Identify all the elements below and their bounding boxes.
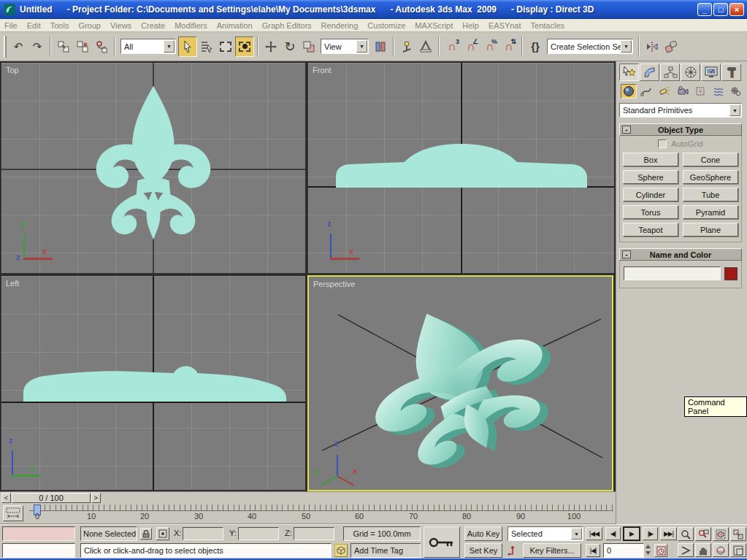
select-and-move-button[interactable] (261, 37, 280, 57)
teapot-button[interactable]: Teapot (623, 223, 678, 237)
autogrid-checkbox[interactable] (658, 139, 667, 148)
tab-create[interactable] (619, 64, 639, 81)
cylinder-button[interactable]: Cylinder (623, 188, 678, 202)
tab-hierarchy[interactable] (660, 64, 680, 81)
field-of-view-button[interactable] (678, 543, 694, 557)
go-to-end-button[interactable]: ▶▶| (660, 527, 677, 540)
subtab-systems[interactable] (728, 84, 744, 99)
zoom-extents-button[interactable] (713, 527, 729, 541)
cone-button[interactable]: Cone (683, 153, 738, 166)
torus-button[interactable]: Torus (623, 205, 678, 219)
menu-graph-editors[interactable]: Graph Editors (262, 21, 312, 30)
zoom-extents-all-button[interactable] (730, 527, 746, 541)
zoom-all-button[interactable] (695, 527, 711, 541)
geosphere-button[interactable]: GeoSphere (683, 170, 738, 184)
pan-button[interactable] (695, 543, 711, 557)
unlink-selection-button[interactable] (73, 37, 92, 57)
y-field[interactable] (238, 527, 279, 540)
spinner-snap-button[interactable]: ∩⇅ (499, 37, 518, 57)
maximize-viewport-toggle-button[interactable] (730, 543, 746, 557)
menu-customize[interactable]: Customize (367, 21, 405, 30)
absolute-mode-button[interactable] (156, 527, 169, 540)
toggle-key-mode-button[interactable] (424, 526, 460, 558)
minimize-button[interactable]: _ (697, 3, 712, 16)
create-selection-set-combo[interactable]: Create Selection Set ▼ (547, 39, 633, 54)
x-field[interactable] (183, 527, 223, 540)
subtab-space-warps[interactable] (710, 84, 727, 99)
adaptive-degradation-button[interactable] (334, 544, 348, 557)
previous-frame-button[interactable]: ◀| (605, 527, 621, 540)
time-configuration-button[interactable] (654, 544, 667, 557)
arc-rotate-button[interactable] (713, 543, 729, 557)
zoom-button[interactable] (678, 527, 694, 541)
box-button[interactable]: Box (623, 153, 678, 166)
restore-button[interactable]: □ (713, 3, 728, 16)
z-field[interactable] (294, 527, 334, 540)
object-name-field[interactable] (624, 266, 721, 280)
mirror-button[interactable] (643, 37, 662, 57)
play-button[interactable]: ▶ (623, 526, 640, 541)
menu-tools[interactable]: Tools (50, 21, 69, 30)
select-and-manipulate-button[interactable] (397, 37, 416, 57)
name-color-header[interactable]: - Name and Color (619, 248, 742, 261)
window-crossing-button[interactable] (235, 37, 254, 57)
selection-lock-button[interactable] (140, 528, 152, 540)
redo-button[interactable]: ↷ (28, 37, 47, 57)
use-pivot-center-button[interactable] (371, 37, 390, 57)
subtab-helpers[interactable] (692, 84, 708, 99)
reference-coordinate-dropdown[interactable]: View ▼ (321, 39, 369, 54)
select-by-name-button[interactable] (197, 37, 216, 57)
menu-help[interactable]: Help (462, 21, 479, 30)
current-frame-field[interactable]: 0 (603, 543, 644, 558)
primitive-category-dropdown[interactable]: Standard Primitives ▼ (619, 103, 742, 118)
menu-views[interactable]: Views (110, 21, 131, 30)
next-frame-button[interactable]: |▶ (643, 527, 658, 540)
subtab-geometry[interactable] (621, 84, 637, 99)
maxscript-mini-listener-white[interactable] (2, 543, 75, 558)
key-filter-dropdown[interactable]: Selected ▼ (507, 526, 583, 541)
object-type-header[interactable]: - Object Type (619, 123, 742, 136)
select-and-scale-button[interactable] (299, 37, 318, 57)
track-bar-ruler[interactable]: 0 10 20 30 40 50 60 70 80 90 100 (29, 503, 613, 524)
keyboard-override-button[interactable] (416, 37, 435, 57)
menu-tentacles[interactable]: Tentacles (531, 21, 564, 30)
menu-rendering[interactable]: Rendering (321, 21, 359, 30)
select-and-rotate-button[interactable]: ↻ (280, 37, 299, 57)
tab-modify[interactable] (640, 64, 659, 81)
bind-to-space-warp-button[interactable] (92, 37, 111, 57)
rectangular-selection-button[interactable] (216, 37, 235, 57)
toolbar-grip[interactable] (4, 36, 7, 58)
plane-button[interactable]: Plane (683, 223, 738, 237)
subtab-shapes[interactable] (639, 84, 655, 99)
title-bar[interactable]: Untitled - Project Folder: C:\Documents … (0, 0, 747, 19)
tab-display[interactable] (701, 64, 721, 81)
object-color-swatch[interactable] (724, 267, 738, 280)
sphere-button[interactable]: Sphere (623, 170, 678, 184)
menu-group[interactable]: Group (78, 21, 101, 30)
close-button[interactable]: × (729, 3, 744, 16)
tab-motion[interactable] (681, 64, 700, 81)
undo-button[interactable]: ↶ (9, 37, 28, 57)
auto-key-button[interactable]: Auto Key (464, 526, 502, 541)
percent-snap-button[interactable]: ∩% (480, 37, 499, 57)
select-object-button[interactable] (178, 37, 197, 57)
pyramid-button[interactable]: Pyramid (683, 205, 738, 219)
go-to-start-button[interactable]: |◀◀ (586, 527, 602, 540)
open-mini-curve-editor-button[interactable] (3, 505, 23, 521)
key-mode-toggle-button[interactable]: |◀| (586, 544, 600, 557)
selection-filter-dropdown[interactable]: All ▼ (120, 39, 176, 54)
subtab-lights[interactable] (656, 84, 673, 99)
menu-file[interactable]: File (4, 21, 18, 30)
menu-edit[interactable]: Edit (27, 21, 41, 30)
set-key-button[interactable]: Set Key (464, 543, 502, 558)
select-and-link-button[interactable] (54, 37, 73, 57)
prev-frame-arrow[interactable]: < (1, 493, 11, 503)
tab-utilities[interactable] (721, 64, 741, 81)
viewport-perspective[interactable]: Perspective z x y (309, 277, 612, 490)
viewport-left[interactable]: Left z y (1, 276, 305, 490)
menu-maxscript[interactable]: MAXScript (415, 21, 453, 30)
menu-easynat[interactable]: EASYnat (489, 21, 521, 30)
tube-button[interactable]: Tube (683, 188, 738, 202)
viewport-front[interactable]: Front z x (308, 63, 614, 273)
named-selection-sets-button[interactable]: {} (526, 37, 545, 57)
